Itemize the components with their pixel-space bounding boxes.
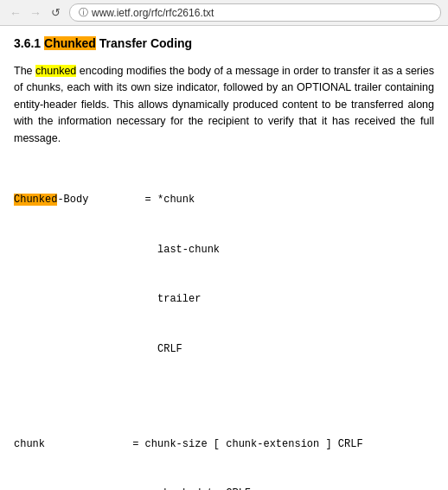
grammar-block-1: Chunked-Body = *chunk last-chunk trailer… [14, 159, 434, 391]
grammar-block-2: chunk = chunk-size [ chunk-extension ] C… [14, 404, 434, 491]
grammar-row-chunk: chunk = chunk-size [ chunk-extension ] C… [14, 436, 434, 453]
section-heading: 3.6.1 Chunked Transfer Coding [14, 35, 434, 53]
grammar-row-crlf-1: CRLF [14, 341, 434, 358]
chunked-body-highlight: Chunked [14, 194, 57, 206]
page-content: 3.6.1 Chunked Transfer Coding The chunke… [0, 26, 448, 490]
reload-button[interactable]: ↺ [47, 4, 64, 22]
heading-highlight: Chunked [44, 36, 96, 50]
grammar-row-chunk-data: chunk-data CRLF [14, 486, 434, 490]
chunked-highlight-1: chunked [35, 65, 76, 77]
back-button[interactable]: ← [7, 4, 24, 22]
grammar-row-last-chunk: last-chunk [14, 242, 434, 258]
paragraph-1: The chunked encoding modifies the body o… [14, 63, 434, 147]
browser-toolbar: ← → ↺ ⓘ www.ietf.org/rfc/rfc2616.txt [0, 0, 448, 26]
forward-button[interactable]: → [27, 4, 44, 22]
lock-icon: ⓘ [79, 6, 88, 19]
nav-buttons: ← → ↺ [7, 4, 64, 22]
url-text: www.ietf.org/rfc/rfc2616.txt [92, 7, 214, 19]
grammar-row-trailer: trailer [14, 291, 434, 308]
grammar-row-chunked-body: Chunked-Body = *chunk [14, 192, 434, 208]
address-bar[interactable]: ⓘ www.ietf.org/rfc/rfc2616.txt [69, 3, 441, 22]
